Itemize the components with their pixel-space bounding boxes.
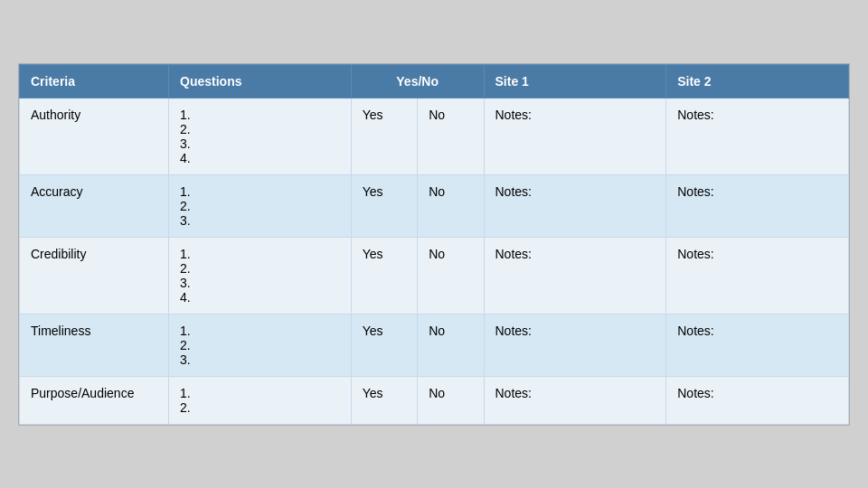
cell-yes: Yes (351, 376, 417, 424)
cell-yes: Yes (351, 314, 417, 376)
cell-site2: Notes: (666, 237, 849, 314)
cell-criteria: Accuracy (20, 174, 169, 237)
table-row: Credibility1.2.3.4.YesNoNotes:Notes: (20, 237, 849, 314)
cell-questions: 1.2.3. (169, 314, 352, 376)
cell-site1: Notes: (484, 174, 666, 237)
cell-site2: Notes: (666, 98, 849, 174)
cell-questions: 1.2.3.4. (169, 98, 352, 174)
cell-questions: 1.2.3. (169, 174, 352, 237)
table-row: Authority1.2.3.4.YesNoNotes:Notes: (20, 98, 849, 174)
cell-criteria: Authority (20, 98, 169, 174)
cell-no: No (418, 174, 484, 237)
table-row: Purpose/Audience1.2.YesNoNotes:Notes: (20, 376, 849, 424)
criteria-table: Criteria Questions Yes/No Site 1 Site 2 … (19, 64, 849, 425)
cell-site2: Notes: (666, 174, 849, 237)
cell-criteria: Purpose/Audience (20, 376, 169, 424)
cell-site1: Notes: (484, 314, 666, 376)
cell-criteria: Credibility (20, 237, 169, 314)
cell-yes: Yes (351, 237, 417, 314)
cell-site1: Notes: (484, 98, 666, 174)
cell-yes: Yes (351, 98, 417, 174)
cell-no: No (418, 237, 484, 314)
cell-site1: Notes: (484, 376, 666, 424)
cell-no: No (418, 98, 484, 174)
cell-no: No (418, 376, 484, 424)
cell-no: No (418, 314, 484, 376)
cell-questions: 1.2.3.4. (169, 237, 352, 314)
cell-yes: Yes (351, 174, 417, 237)
header-criteria: Criteria (20, 64, 169, 98)
header-questions: Questions (169, 64, 352, 98)
cell-site1: Notes: (484, 237, 666, 314)
cell-site2: Notes: (666, 376, 849, 424)
table-body: Authority1.2.3.4.YesNoNotes:Notes:Accura… (20, 98, 849, 424)
cell-questions: 1.2. (169, 376, 352, 424)
header-row: Criteria Questions Yes/No Site 1 Site 2 (20, 64, 849, 98)
header-yesno: Yes/No (351, 64, 484, 98)
table-row: Accuracy1.2.3.YesNoNotes:Notes: (20, 174, 849, 237)
main-table-wrapper: Criteria Questions Yes/No Site 1 Site 2 … (18, 63, 850, 426)
header-site1: Site 1 (484, 64, 666, 98)
cell-site2: Notes: (666, 314, 849, 376)
header-site2: Site 2 (666, 64, 849, 98)
table-row: Timeliness1.2.3.YesNoNotes:Notes: (20, 314, 849, 376)
cell-criteria: Timeliness (20, 314, 169, 376)
